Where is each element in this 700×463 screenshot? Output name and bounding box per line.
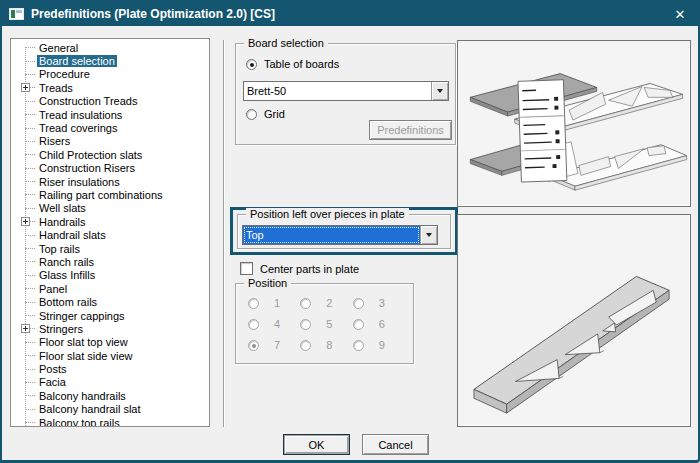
tree-twig [25, 208, 35, 209]
tree-item[interactable]: Balcony handrails [11, 389, 209, 402]
tree-item[interactable]: Construction Risers [11, 162, 209, 175]
position-radio: 6 [353, 318, 405, 330]
position-radio: 1 [248, 297, 300, 309]
tree-item-label: Procedure [37, 68, 92, 80]
tree-twig [25, 355, 35, 356]
tree-item[interactable]: Stringer cappings [11, 309, 209, 322]
plates-and-cutlist-illustration [458, 41, 690, 206]
tree-twig [25, 409, 35, 410]
radio-grid[interactable]: Grid [246, 108, 285, 120]
tree-item-label: Tread insulations [37, 109, 124, 121]
tree-item[interactable]: Handrail slats [11, 228, 209, 241]
tree-item-label: Riser insulations [37, 176, 122, 188]
close-icon[interactable]: ✕ [668, 7, 698, 22]
tree-twig [25, 369, 35, 370]
tree-item[interactable]: Handrails [11, 215, 209, 228]
tree-item-label: Glass Infills [37, 269, 97, 281]
radio-icon [248, 340, 259, 351]
tree-item[interactable]: Top rails [11, 242, 209, 255]
tree-item[interactable]: Child Protection slats [11, 148, 209, 161]
tree-item[interactable]: Stringers [11, 322, 209, 335]
tree-twig [25, 395, 35, 396]
tree-item[interactable]: Tread coverings [11, 121, 209, 134]
tree-item[interactable]: Tread insulations [11, 108, 209, 121]
tree-item[interactable]: Floor slat top view [11, 336, 209, 349]
tree-item-label: Ranch rails [37, 256, 96, 268]
tree-item[interactable]: Well slats [11, 202, 209, 215]
title-bar: Predefinitions (Plate Optimization 2.0) … [2, 2, 698, 26]
radio-table-of-boards[interactable]: Table of boards [246, 58, 339, 70]
predefinitions-button: Predefinitions [369, 120, 452, 140]
tree-item[interactable]: Treads [11, 81, 209, 94]
group-board-selection-label: Board selection [244, 37, 328, 50]
leftover-position-combo-value: Top [243, 226, 420, 244]
tree-item[interactable]: General [11, 41, 209, 54]
tree-twig [25, 261, 35, 262]
position-radio-label: 6 [379, 318, 385, 330]
group-position: Position 1 2 3 4 5 6 7 8 9 [235, 283, 414, 364]
radio-icon [246, 59, 257, 70]
tree-twig [25, 154, 35, 155]
tree-item-label: Posts [37, 363, 69, 375]
group-board-selection: Board selection Table of boards Brett-50… [235, 43, 456, 145]
position-radio: 3 [353, 297, 405, 309]
tree-item-label: Well slats [37, 202, 88, 214]
checkbox-center-parts[interactable]: Center parts in plate [240, 262, 359, 275]
tree-twig [25, 47, 35, 48]
expand-plus-icon[interactable] [21, 83, 30, 92]
tree-item[interactable]: Risers [11, 135, 209, 148]
leftover-position-combo[interactable]: Top [242, 225, 438, 245]
tree-item[interactable]: Balcony handrail slat [11, 403, 209, 416]
position-radio-label: 9 [379, 339, 385, 351]
tree-item[interactable]: Construction Treads [11, 95, 209, 108]
tree-item[interactable]: Facia [11, 376, 209, 389]
tree-twig [25, 342, 35, 343]
tree-item[interactable]: Floor slat side view [11, 349, 209, 362]
tree-twig [25, 288, 35, 289]
position-radio: 7 [248, 339, 300, 351]
ok-button[interactable]: OK [283, 434, 350, 455]
position-radio: 5 [300, 318, 352, 330]
board-with-cut-pieces-illustration [458, 215, 690, 426]
board-combo[interactable]: Brett-50 [243, 81, 449, 101]
position-radio-label: 7 [274, 339, 280, 351]
tree-item-label: General [37, 42, 80, 54]
position-radio: 9 [353, 339, 405, 351]
tree-item[interactable]: Board selection [11, 54, 209, 67]
position-radio-label: 3 [379, 297, 385, 309]
expand-plus-icon[interactable] [21, 217, 30, 226]
tree-item[interactable]: Riser insulations [11, 175, 209, 188]
position-radio: 4 [248, 318, 300, 330]
tree-twig [25, 302, 35, 303]
tree-item[interactable]: Posts [11, 362, 209, 375]
tree-item[interactable]: Ranch rails [11, 255, 209, 268]
tree-twig [30, 87, 35, 88]
combo-dropdown-icon[interactable] [431, 82, 448, 100]
radio-table-of-boards-label: Table of boards [264, 58, 339, 70]
tree-item[interactable]: Railing part combinations [11, 188, 209, 201]
settings-tree[interactable]: General Board selection Procedure Treads… [10, 38, 210, 427]
tree-twig [30, 221, 35, 222]
position-radio-label: 8 [326, 339, 332, 351]
tree-item[interactable]: Balcony top rails [11, 416, 209, 427]
tree-twig [25, 128, 35, 129]
tree-item[interactable]: Bottom rails [11, 295, 209, 308]
tree-item[interactable]: Procedure [11, 68, 209, 81]
combo-dropdown-icon[interactable] [420, 226, 437, 244]
tree-item-label: Floor slat side view [37, 350, 135, 362]
tree-twig [25, 181, 35, 182]
checkbox-center-parts-label: Center parts in plate [260, 263, 359, 275]
tree-item-label: Handrail slats [37, 229, 108, 241]
tree-item[interactable]: Glass Infills [11, 269, 209, 282]
cancel-button[interactable]: Cancel [362, 434, 429, 455]
highlight-frame: Position left over pieces in plate Top [230, 207, 458, 255]
board-layout-preview-image [457, 40, 691, 207]
position-grid: 1 2 3 4 5 6 7 8 9 [248, 297, 405, 351]
tree-item-label: Floor slat top view [37, 336, 130, 348]
expand-plus-icon[interactable] [21, 324, 30, 333]
position-radio-label: 5 [326, 318, 332, 330]
tree-twig [30, 328, 35, 329]
tree-item[interactable]: Panel [11, 282, 209, 295]
board-combo-value: Brett-50 [244, 82, 431, 100]
tree-item-label: Board selection [37, 55, 117, 67]
